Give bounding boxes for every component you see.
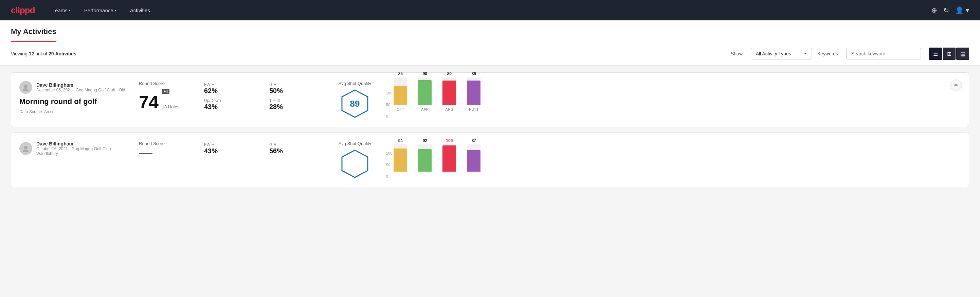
edit-button[interactable]: ✏ (950, 80, 962, 91)
activity-title: Morning round of golf (19, 97, 128, 106)
chevron-down-icon: ▾ (69, 8, 71, 12)
bar-value-ott-2: 94 (398, 138, 403, 143)
bar-value-ott: 85 (398, 71, 403, 76)
chart-bar-ott-2: 94 (394, 138, 407, 172)
gir-label-2: GIR (269, 142, 324, 147)
user-info: Dave Billingham December 05, 2021 - Gog … (37, 82, 125, 93)
avg-shot-quality-label-2: Avg Shot Quality (339, 141, 371, 146)
user-icon[interactable]: 👤 ▾ (955, 6, 969, 14)
keyword-input[interactable] (846, 48, 921, 59)
bar-label-putt: PUTT (469, 107, 479, 112)
card-stats-right: GIR 50% 1 Putt 28% (269, 81, 324, 111)
bar-fill-app-2 (418, 149, 431, 172)
user-name-2: Dave Billingham (37, 141, 128, 147)
viewing-text: Viewing 12 out of 29 Activities (11, 51, 76, 56)
bar-fill-ott-2 (394, 148, 407, 172)
chart-container-2: 94 92 106 (394, 141, 480, 179)
activity-type-select[interactable]: All Activity Types (751, 48, 812, 59)
nav-item-teams[interactable]: Teams ▾ (51, 5, 72, 16)
activity-card: ✏ Dave Billingham December 05, 2021 - Go… (11, 72, 969, 127)
avatar-2 (19, 142, 32, 155)
nav-icons: ⊕ ↻ 👤 ▾ (931, 6, 969, 14)
page-header: My Activities (0, 21, 980, 42)
chart-bar-ott: 85 OTT (394, 71, 407, 112)
svg-point-1 (23, 88, 29, 91)
card-score: Round Score 74 +4 18 Holes (139, 81, 193, 112)
card-left: Dave Billingham December 05, 2021 - Gog … (19, 81, 128, 114)
bar-fill-putt-2 (467, 150, 480, 172)
bar-value-app: 90 (423, 71, 427, 76)
user-date: December 05, 2021 - Gog Magog Golf Club … (37, 88, 125, 93)
score-value: 74 (139, 93, 159, 111)
bar-fill-arg (442, 81, 456, 105)
view-list-detail-button[interactable]: ▤ (956, 48, 969, 60)
updown-label: Up/Down (204, 98, 258, 103)
one-putt-stat: 1 Putt 28% (269, 98, 324, 111)
updown-value: 43% (204, 103, 258, 111)
user-date-2: October 16, 2021 - Gog Magog Golf Club -… (37, 147, 128, 156)
y-axis-0: 0 (386, 114, 392, 118)
card-chart-2: 100 50 0 94 92 (386, 141, 961, 179)
chart-bar-app-2: 92 (418, 138, 431, 172)
score-row: 74 +4 18 Holes (139, 89, 193, 111)
bar-track-ott (394, 77, 407, 105)
data-source: Data Source: Arccos (19, 109, 128, 114)
y-axis-50: 50 (386, 103, 392, 107)
bar-fill-ott (394, 86, 407, 105)
view-buttons: ☰ ⊞ ▤ (929, 48, 969, 60)
gir-value: 50% (269, 87, 324, 95)
card-score-2: Round Score (139, 141, 193, 153)
avatar (19, 81, 32, 94)
bar-value-arg: 89 (447, 71, 452, 76)
bar-track-app-2 (418, 144, 431, 172)
svg-point-4 (23, 150, 29, 152)
card-chart: 100 50 0 85 OTT 90 (386, 81, 961, 118)
gir-value-2: 56% (269, 147, 324, 155)
bar-fill-putt (467, 81, 480, 105)
user-name: Dave Billingham (37, 82, 125, 88)
viewing-label: Activities (55, 51, 76, 56)
card-left-2: Dave Billingham October 16, 2021 - Gog M… (19, 141, 128, 159)
nav-teams-label: Teams (52, 8, 68, 13)
round-score-label: Round Score (139, 81, 193, 86)
refresh-icon[interactable]: ↻ (943, 6, 949, 14)
bar-label-ott: OTT (397, 107, 404, 112)
card-quality: Avg Shot Quality 89 (334, 81, 375, 118)
bar-track-putt (467, 77, 480, 105)
logo: clippd (11, 5, 35, 16)
bar-track-ott-2 (394, 144, 407, 172)
updown-stat: Up/Down 43% (204, 98, 258, 111)
nav-item-performance[interactable]: Performance ▾ (83, 5, 118, 16)
view-list-compact-button[interactable]: ☰ (929, 48, 942, 60)
navbar: clippd Teams ▾ Performance ▾ Activities … (0, 0, 980, 21)
fw-hit-label: FW Hit (204, 82, 258, 87)
gir-label: GIR (269, 82, 324, 87)
add-icon[interactable]: ⊕ (931, 6, 937, 14)
bar-track-putt-2 (467, 144, 480, 172)
bar-value-arg-2: 106 (446, 138, 453, 143)
user-info-2: Dave Billingham October 16, 2021 - Gog M… (37, 141, 128, 156)
score-badge: +4 (162, 89, 170, 94)
gir-stat-2: GIR 56% (269, 142, 324, 155)
chevron-down-icon: ▾ (115, 8, 116, 12)
quality-hex: 89 (340, 89, 370, 118)
filter-bar: Viewing 12 out of 29 Activities Show: Al… (0, 42, 980, 65)
nav-item-activities[interactable]: Activities (129, 5, 151, 16)
chart-bar-putt-2: 87 (467, 138, 480, 172)
fw-hit-stat-2: FW Hit 43% (204, 142, 258, 155)
gir-stat: GIR 50% (269, 82, 324, 95)
keywords-label: Keywords: (817, 51, 839, 56)
svg-point-3 (24, 146, 27, 149)
quality-score: 89 (350, 99, 360, 109)
view-grid-button[interactable]: ⊞ (943, 48, 956, 60)
bar-track-app (418, 77, 431, 105)
bar-value-putt-2: 87 (472, 138, 476, 143)
chart-bar-arg-2: 106 (442, 138, 456, 172)
card-stats-right-2: GIR 56% (269, 141, 324, 155)
fw-hit-stat: FW Hit 62% (204, 82, 258, 95)
bar-fill-app (418, 80, 431, 105)
bar-label-app: APP (421, 107, 428, 112)
bar-value-app-2: 92 (423, 138, 427, 143)
user-row-2: Dave Billingham October 16, 2021 - Gog M… (19, 141, 128, 156)
fw-hit-value-2: 43% (204, 147, 258, 155)
